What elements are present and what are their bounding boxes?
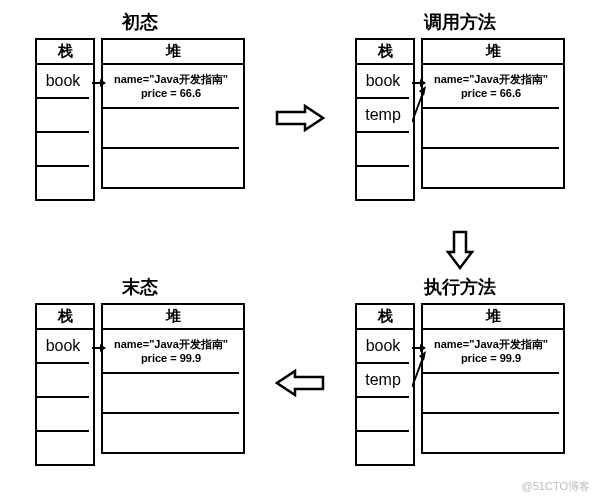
heap-empty — [103, 414, 239, 452]
heap-name-line: name="Java开发指南" — [434, 337, 548, 351]
heap-object: name="Java开发指南" price = 99.9 — [103, 330, 239, 374]
heap-column: 堆 name="Java开发指南" price = 99.9 — [101, 303, 245, 454]
svg-marker-2 — [277, 106, 323, 130]
arrow-right-icon — [275, 104, 325, 132]
stack-cell: temp — [357, 364, 409, 398]
state-title: 执行方法 — [424, 275, 496, 299]
stack-column: 栈 book — [35, 303, 95, 466]
heap-object: name="Java开发指南" price = 66.6 — [423, 65, 559, 109]
heap-empty — [103, 149, 239, 187]
heap-name-line: name="Java开发指南" — [114, 72, 228, 86]
stack-cell: book — [37, 330, 89, 364]
heap-label: 堆 — [101, 38, 245, 63]
stack-cell — [37, 99, 89, 133]
heap-name-line: name="Java开发指南" — [434, 72, 548, 86]
heap-label: 堆 — [101, 303, 245, 328]
heap-object: name="Java开发指南" price = 99.9 — [423, 330, 559, 374]
heap-empty — [423, 414, 559, 452]
stack-column: 栈 book temp — [355, 38, 415, 201]
heap-empty — [423, 149, 559, 187]
stack-cell: book — [357, 65, 409, 99]
arrow-down-icon — [446, 230, 474, 270]
stack-cell — [37, 432, 89, 464]
svg-marker-7 — [448, 232, 472, 268]
heap-empty — [423, 109, 559, 149]
stack-cell — [357, 398, 409, 432]
heap-empty — [103, 109, 239, 149]
state-title: 调用方法 — [424, 10, 496, 34]
heap-price-line: price = 99.9 — [141, 351, 201, 365]
heap-object: name="Java开发指南" price = 66.6 — [103, 65, 239, 109]
flow-arrow-left — [270, 275, 330, 490]
memory-diagram: 栈 book 堆 name="Java开发指南" price = 66.6 — [35, 38, 245, 201]
memory-diagram: 栈 book temp 堆 name="Ja — [355, 303, 565, 466]
memory-diagram: 栈 book temp 堆 name="Ja — [355, 38, 565, 201]
stack-cell — [37, 133, 89, 167]
stack-cell: book — [37, 65, 89, 99]
stack-cell — [357, 167, 409, 199]
heap-empty — [103, 374, 239, 414]
spacer — [270, 225, 330, 275]
stack-column: 栈 book temp — [355, 303, 415, 466]
state-initial: 初态 栈 book 堆 name="Java开发指南" — [10, 10, 270, 225]
state-execute: 执行方法 栈 book temp 堆 — [330, 275, 590, 490]
state-invoke: 调用方法 栈 book temp 堆 — [330, 10, 590, 225]
stack-cell — [37, 364, 89, 398]
stack-column: 栈 book — [35, 38, 95, 201]
memory-diagram: 栈 book 堆 name="Java开发指南" price = 99.9 — [35, 303, 245, 466]
stack-label: 栈 — [355, 38, 415, 63]
heap-column: 堆 name="Java开发指南" price = 99.9 — [421, 303, 565, 454]
heap-price-line: price = 66.6 — [141, 86, 201, 100]
svg-marker-10 — [277, 371, 323, 395]
heap-label: 堆 — [421, 303, 565, 328]
watermark: @51CTO博客 — [522, 479, 590, 494]
stack-label: 栈 — [35, 303, 95, 328]
heap-price-line: price = 99.9 — [461, 351, 521, 365]
stack-cells: book — [35, 63, 95, 201]
stack-label: 栈 — [35, 38, 95, 63]
heap-cells: name="Java开发指南" price = 99.9 — [101, 328, 245, 454]
heap-cells: name="Java开发指南" price = 99.9 — [421, 328, 565, 454]
heap-column: 堆 name="Java开发指南" price = 66.6 — [421, 38, 565, 189]
heap-cells: name="Java开发指南" price = 66.6 — [421, 63, 565, 189]
stack-cell: book — [357, 330, 409, 364]
stack-cell — [357, 133, 409, 167]
stack-cell: temp — [357, 99, 409, 133]
state-title: 末态 — [122, 275, 158, 299]
arrow-left-icon — [275, 369, 325, 397]
stack-label: 栈 — [355, 303, 415, 328]
flow-arrow-right — [270, 10, 330, 225]
heap-price-line: price = 66.6 — [461, 86, 521, 100]
heap-cells: name="Java开发指南" price = 66.6 — [101, 63, 245, 189]
heap-empty — [423, 374, 559, 414]
stack-cells: book — [35, 328, 95, 466]
stack-cell — [37, 398, 89, 432]
heap-label: 堆 — [421, 38, 565, 63]
stack-cell — [37, 167, 89, 199]
spacer — [10, 225, 270, 275]
stack-cell — [357, 432, 409, 464]
stack-cells: book temp — [355, 63, 415, 201]
heap-name-line: name="Java开发指南" — [114, 337, 228, 351]
flow-arrow-down — [330, 225, 590, 275]
state-final: 末态 栈 book 堆 name="Java开发指南" — [10, 275, 270, 490]
heap-column: 堆 name="Java开发指南" price = 66.6 — [101, 38, 245, 189]
stack-cells: book temp — [355, 328, 415, 466]
state-title: 初态 — [122, 10, 158, 34]
